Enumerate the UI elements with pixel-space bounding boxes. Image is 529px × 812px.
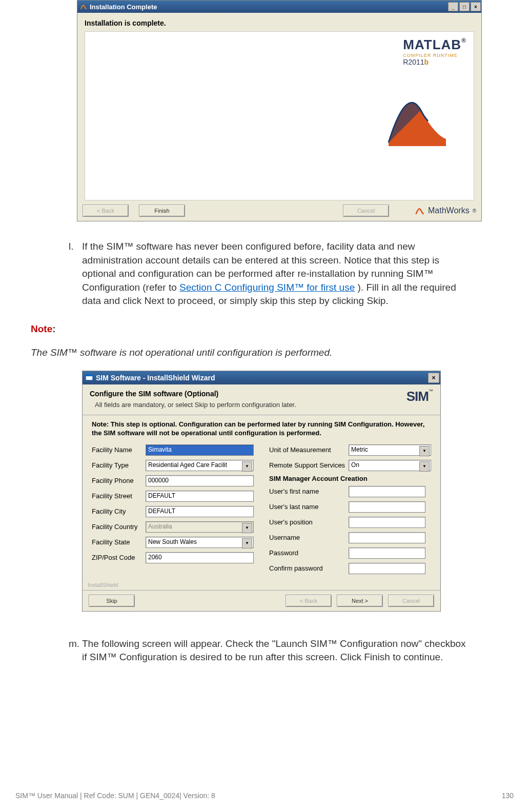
install-complete-text: Installation is complete.: [85, 19, 474, 27]
last-name-input[interactable]: [349, 501, 425, 513]
back-button: < Back: [83, 205, 129, 217]
window1-main-panel: MATLAB® COMPILER RUNTIME R2011b: [85, 31, 474, 200]
document-footer: SIM™ User Manual | Ref Code: SUM | GEN4_…: [15, 791, 514, 800]
config-optional-note: Note: This step is optional. Configurati…: [92, 420, 431, 438]
mathworks-brand: MathWorks®: [415, 206, 476, 216]
maximize-button[interactable]: □: [459, 2, 470, 11]
minimize-button[interactable]: _: [448, 2, 458, 11]
next-button[interactable]: Next >: [337, 595, 383, 607]
window1-title: Installation Complete: [90, 3, 157, 11]
page-number: 130: [502, 791, 514, 800]
sim-installshield-window: SIM Software - InstallShield Wizard × Co…: [82, 371, 441, 612]
close-button[interactable]: ×: [471, 2, 481, 11]
username-input[interactable]: [349, 532, 425, 543]
window1-titlebar: Installation Complete _ □ ×: [77, 1, 481, 13]
installer-icon: [79, 3, 88, 11]
username-label: Username: [269, 534, 349, 541]
installshield-brand: InstallShield: [83, 582, 440, 590]
window2-close-button[interactable]: ×: [428, 373, 439, 383]
facility-type-dropdown[interactable]: Residential Aged Care Facilit: [146, 460, 254, 471]
zip-input[interactable]: 2060: [146, 552, 254, 563]
zip-label: ZIP/Post Code: [92, 554, 146, 561]
window2-footer: Skip < Back Next > Cancel: [83, 590, 440, 611]
cancel-button-2: Cancel: [388, 595, 434, 607]
first-name-label: User's first name: [269, 488, 349, 495]
confirm-password-input[interactable]: [349, 563, 425, 574]
skip-button[interactable]: Skip: [89, 595, 135, 607]
list-marker-l: l.: [56, 240, 82, 308]
first-name-input[interactable]: [349, 486, 425, 497]
password-label: Password: [269, 549, 349, 557]
facility-country-dropdown: Australia: [146, 521, 254, 533]
cancel-button: Cancel: [343, 205, 389, 217]
window2-titlebar: SIM Software - InstallShield Wizard ×: [83, 371, 440, 384]
account-creation-header: SIM Manager Account Creation: [269, 475, 431, 482]
window2-title: SIM Software - InstallShield Wizard: [96, 374, 215, 382]
facility-phone-input[interactable]: 000000: [146, 475, 254, 486]
window2-header-title: Configure the SIM software (Optional): [90, 390, 434, 398]
section-c-link[interactable]: Section C Configuring SIM™ for first use: [179, 282, 355, 293]
facility-street-label: Facility Street: [92, 492, 146, 500]
paragraph-m: The following screen will appear. Check …: [82, 637, 473, 664]
password-input[interactable]: [349, 547, 425, 559]
confirm-password-label: Confirm password: [269, 564, 349, 572]
installshield-icon: [85, 373, 94, 382]
list-marker-m: m.: [56, 637, 82, 664]
uom-dropdown[interactable]: Metric: [349, 444, 431, 456]
facility-state-dropdown[interactable]: New South Wales: [146, 537, 254, 548]
facility-city-label: Facility City: [92, 508, 146, 515]
facility-name-input[interactable]: Simavita: [146, 444, 254, 456]
facility-state-label: Facility State: [92, 538, 146, 546]
remote-support-label: Remote Support Services: [269, 461, 349, 469]
matlab-installer-window: Installation Complete _ □ × Installation…: [77, 0, 482, 221]
back-button-2: < Back: [286, 595, 332, 607]
note-label: Note:: [31, 323, 514, 335]
window2-header-subtitle: All fields are mandatory, or select Skip…: [95, 401, 434, 409]
facility-type-label: Facility Type: [92, 461, 146, 469]
window2-header: Configure the SIM software (Optional) Al…: [83, 384, 440, 415]
last-name-label: User's last name: [269, 503, 349, 511]
sim-logo: SIM™: [406, 389, 433, 404]
matlab-logo: MATLAB® COMPILER RUNTIME R2011b: [403, 37, 466, 66]
finish-button[interactable]: Finish: [139, 205, 185, 217]
facility-street-input[interactable]: DEFAULT: [146, 491, 254, 502]
position-input[interactable]: [349, 517, 425, 528]
matlab-wave-graphic: [381, 78, 453, 150]
facility-country-label: Facility Country: [92, 523, 146, 531]
facility-phone-label: Facility Phone: [92, 477, 146, 484]
list-item-l: l. If the SIM™ software has never been c…: [56, 240, 473, 308]
position-label: User's position: [269, 518, 349, 526]
remote-support-dropdown[interactable]: On: [349, 460, 431, 471]
footer-left: SIM™ User Manual | Ref Code: SUM | GEN4_…: [15, 791, 215, 800]
uom-label: Unit of Measurement: [269, 446, 349, 454]
note-body: The SIM™ software is not operational unt…: [31, 347, 514, 358]
window1-footer: < Back Finish Cancel MathWorks®: [77, 200, 481, 221]
facility-city-input[interactable]: DEFAULT: [146, 506, 254, 517]
facility-name-label: Facility Name: [92, 446, 146, 454]
list-item-m: m. The following screen will appear. Che…: [56, 637, 473, 664]
